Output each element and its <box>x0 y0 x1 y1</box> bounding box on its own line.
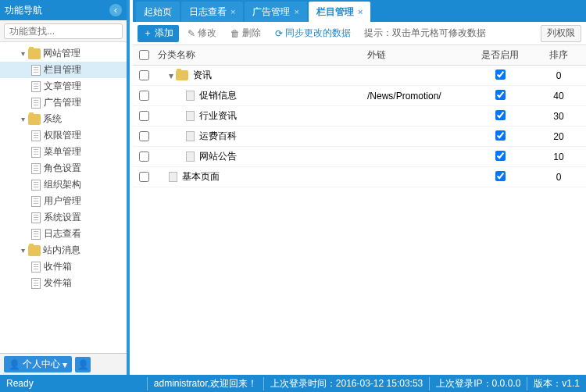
trash-icon: 🗑 <box>230 28 240 39</box>
row-enable-checkbox[interactable] <box>495 171 506 181</box>
tree-group[interactable]: ▾站内消息 <box>0 242 127 258</box>
table-row[interactable]: 基本页面0 <box>133 167 586 187</box>
tree-item[interactable]: 角色设置 <box>0 160 127 176</box>
document-icon <box>31 180 41 191</box>
table-row[interactable]: 网站公告10 <box>133 147 586 167</box>
chevron-down-icon: ▾ <box>63 359 67 370</box>
folder-icon <box>28 114 41 125</box>
tree-item[interactable]: 文章管理 <box>0 78 127 94</box>
select-all-checkbox[interactable] <box>139 50 149 60</box>
row-sort[interactable]: 0 <box>531 172 586 183</box>
row-checkbox[interactable] <box>139 70 149 80</box>
tree-item[interactable]: 广告管理 <box>0 94 127 111</box>
tree-item[interactable]: 收件箱 <box>0 258 127 275</box>
expand-icon[interactable]: ▾ <box>169 70 173 81</box>
main-area: 起始页日志查看×广告管理×栏目管理× ＋ 添加 ✎ 修改 🗑 删除 ⟳ 同步更改… <box>133 0 586 375</box>
table-row[interactable]: ▾资讯0 <box>133 66 586 86</box>
row-sort[interactable]: 10 <box>531 151 586 162</box>
plus-icon: ＋ <box>143 27 152 40</box>
table-row[interactable]: 行业资讯30 <box>133 106 586 127</box>
tree-item[interactable]: 日志查看 <box>0 226 127 242</box>
tree-item[interactable]: 发件箱 <box>0 275 127 291</box>
column-permission-button[interactable]: 列权限 <box>541 25 581 42</box>
add-button[interactable]: ＋ 添加 <box>138 25 179 42</box>
document-icon <box>31 229 41 240</box>
tree-item[interactable]: 栏目管理 <box>0 62 127 78</box>
sidebar-search-input[interactable] <box>4 23 123 39</box>
tree-item[interactable]: 权限管理 <box>0 127 127 144</box>
row-checkbox[interactable] <box>139 131 149 141</box>
tab[interactable]: 起始页 <box>136 2 180 22</box>
document-icon <box>186 131 195 141</box>
tree-item[interactable]: 系统设置 <box>0 209 127 226</box>
row-name-cell: 行业资讯 <box>155 109 367 123</box>
hint-label: 提示： <box>364 27 392 38</box>
close-icon[interactable]: × <box>358 7 363 16</box>
tree-item-label: 权限管理 <box>44 129 81 142</box>
delete-button[interactable]: 🗑 删除 <box>225 25 266 42</box>
toolbar-hint: 提示：双击单元格可修改数据 <box>364 27 486 40</box>
tree-item-label: 系统设置 <box>44 211 81 224</box>
row-enable-checkbox[interactable] <box>495 110 506 120</box>
tree-item-label: 收件箱 <box>44 260 72 273</box>
sidebar-footer-action[interactable]: 👤 <box>75 357 91 372</box>
user-center-button[interactable]: 👤 个人中心 ▾ <box>4 356 72 372</box>
row-sort[interactable]: 40 <box>531 91 586 102</box>
folder-icon <box>176 70 188 80</box>
sidebar-footer: 👤 个人中心 ▾ 👤 <box>0 353 127 375</box>
add-label: 添加 <box>155 27 173 40</box>
row-checkbox[interactable] <box>139 91 149 101</box>
user-icon: 👤 <box>9 359 20 370</box>
document-icon <box>31 212 41 223</box>
refresh-icon: ⟳ <box>275 28 283 39</box>
document-icon <box>186 111 195 121</box>
close-icon[interactable]: × <box>294 7 298 16</box>
row-enable-checkbox[interactable] <box>495 130 506 141</box>
document-icon <box>31 98 41 109</box>
close-icon[interactable]: × <box>230 7 235 16</box>
nav-tree: ▾网站管理栏目管理文章管理广告管理▾系统权限管理菜单管理角色设置组织架构用户管理… <box>0 42 127 353</box>
sidebar: 功能导航 ‹ ▾网站管理栏目管理文章管理广告管理▾系统权限管理菜单管理角色设置组… <box>0 0 130 375</box>
row-enable-checkbox[interactable] <box>495 69 506 80</box>
row-sort[interactable]: 0 <box>531 70 586 81</box>
document-icon <box>31 81 41 92</box>
table-row[interactable]: 运费百科20 <box>133 127 586 147</box>
row-enable-cell <box>469 130 531 143</box>
tree-group-label: 站内消息 <box>43 244 80 257</box>
folder-icon <box>28 48 41 59</box>
row-enable-checkbox[interactable] <box>495 151 506 161</box>
folder-icon <box>28 245 41 256</box>
sidebar-search <box>0 20 127 42</box>
row-checkbox[interactable] <box>139 151 149 162</box>
status-bar: Ready administrator,欢迎回来！ 上次登录时间：2016-03… <box>0 375 586 392</box>
tree-group[interactable]: ▾系统 <box>0 111 127 127</box>
tree-item-label: 发件箱 <box>44 276 72 290</box>
row-enable-checkbox[interactable] <box>495 90 506 100</box>
document-icon <box>169 172 177 182</box>
tab[interactable]: 日志查看× <box>181 2 243 22</box>
tree-group[interactable]: ▾网站管理 <box>0 45 127 62</box>
row-sort[interactable]: 20 <box>531 131 586 142</box>
tree-item-label: 角色设置 <box>44 162 81 175</box>
tab[interactable]: 广告管理× <box>245 2 306 22</box>
row-name-cell: ▾资讯 <box>155 69 367 82</box>
tree-item[interactable]: 菜单管理 <box>0 144 127 160</box>
tree-item-label: 广告管理 <box>44 96 81 109</box>
row-sort[interactable]: 30 <box>531 111 586 122</box>
tree-item[interactable]: 用户管理 <box>0 193 127 209</box>
row-checkbox[interactable] <box>139 111 149 121</box>
row-name: 行业资讯 <box>199 109 237 123</box>
document-icon <box>31 147 41 158</box>
document-icon <box>31 65 41 76</box>
tab[interactable]: 栏目管理× <box>309 2 370 22</box>
chevron-left-icon: ‹ <box>114 5 117 16</box>
sidebar-collapse-button[interactable]: ‹ <box>109 4 122 16</box>
tree-item-label: 日志查看 <box>44 227 81 241</box>
tree-item[interactable]: 组织架构 <box>0 176 127 193</box>
edit-button[interactable]: ✎ 修改 <box>182 25 222 42</box>
table-row[interactable]: 促销信息/News/Promotion/40 <box>133 86 586 106</box>
header-ext: 外链 <box>367 48 469 62</box>
row-checkbox[interactable] <box>139 172 149 182</box>
header-sort: 排序 <box>531 48 586 62</box>
sync-button[interactable]: ⟳ 同步更改的数据 <box>270 25 356 42</box>
